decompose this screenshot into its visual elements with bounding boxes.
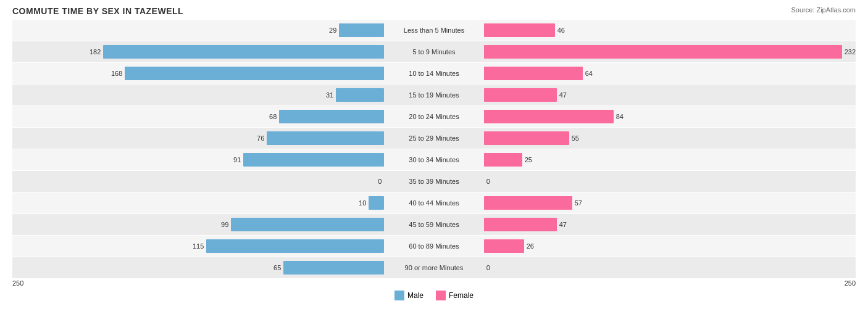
bar-row: 16810 to 14 Minutes64 xyxy=(12,63,856,84)
female-bar xyxy=(484,67,583,80)
female-section: 47 xyxy=(484,85,856,105)
male-section: 10 xyxy=(12,192,384,213)
chart-container: COMMUTE TIME BY SEX IN TAZEWELL Source: … xyxy=(0,0,868,322)
male-section: 76 xyxy=(12,128,384,149)
bottom-left-label: 250 xyxy=(12,279,23,287)
bar-row: 6820 to 24 Minutes84 xyxy=(12,106,856,127)
female-value-label: 84 xyxy=(616,113,624,120)
bar-row: 9130 to 34 Minutes25 xyxy=(12,149,856,170)
female-section: 26 xyxy=(484,236,856,257)
row-label: 60 to 89 Minutes xyxy=(384,236,483,257)
bar-row: 035 to 39 Minutes0 xyxy=(12,171,856,192)
male-bar xyxy=(267,131,384,145)
bar-row: 7625 to 29 Minutes55 xyxy=(12,128,856,149)
bar-row: 9945 to 59 Minutes47 xyxy=(12,214,856,235)
legend-female-label: Female xyxy=(449,291,474,300)
female-section: 64 xyxy=(484,63,856,84)
male-value-label: 65 xyxy=(273,264,281,271)
female-bar xyxy=(484,110,614,123)
male-bar xyxy=(279,110,384,123)
female-value-label: 26 xyxy=(527,242,534,250)
female-section: 0 xyxy=(484,171,856,192)
bars-area: 29Less than 5 Minutes461825 to 9 Minutes… xyxy=(12,20,856,278)
male-bar xyxy=(336,88,384,102)
female-value-label: 232 xyxy=(845,48,856,56)
legend: Male Female xyxy=(12,291,856,300)
male-bar xyxy=(125,67,384,80)
female-bar xyxy=(484,88,557,102)
male-bar xyxy=(103,45,384,59)
bar-row: 11560 to 89 Minutes26 xyxy=(12,236,856,257)
female-section: 84 xyxy=(484,106,856,127)
female-value-label: 55 xyxy=(572,134,579,142)
row-label: 5 to 9 Minutes xyxy=(384,41,483,62)
male-value-label: 182 xyxy=(90,48,101,56)
male-value-label: 115 xyxy=(193,242,204,250)
row-label: 45 to 59 Minutes xyxy=(384,214,483,235)
male-section: 91 xyxy=(12,149,384,170)
male-value-label: 99 xyxy=(221,221,228,228)
bottom-labels: 250 250 xyxy=(12,279,856,287)
female-value-label: 25 xyxy=(525,156,532,163)
female-section: 47 xyxy=(484,214,856,235)
male-section: 68 xyxy=(12,106,384,127)
male-bar xyxy=(369,196,384,210)
male-section: 0 xyxy=(12,171,384,192)
legend-female: Female xyxy=(436,291,474,300)
female-bar xyxy=(484,153,522,167)
row-label: 90 or more Minutes xyxy=(384,257,483,278)
row-label: 35 to 39 Minutes xyxy=(384,171,483,192)
male-value-label: 168 xyxy=(111,70,122,77)
legend-male: Male xyxy=(394,291,424,300)
bar-row: 1040 to 44 Minutes57 xyxy=(12,192,856,213)
female-value-label: 47 xyxy=(559,221,567,228)
row-label: 40 to 44 Minutes xyxy=(384,192,483,213)
female-bar xyxy=(484,196,572,210)
source-text: Source: ZipAtlas.com xyxy=(791,6,856,14)
male-value-label: 76 xyxy=(257,134,264,142)
male-value-label: 91 xyxy=(233,156,241,163)
bar-row: 1825 to 9 Minutes232 xyxy=(12,41,856,62)
male-value-label: 10 xyxy=(359,199,366,207)
female-section: 0 xyxy=(484,257,856,278)
row-label: Less than 5 Minutes xyxy=(384,20,483,41)
male-section: 65 xyxy=(12,257,384,278)
legend-male-box xyxy=(394,291,404,300)
female-value-label: 64 xyxy=(585,70,593,77)
male-bar xyxy=(283,261,384,275)
female-bar xyxy=(484,131,569,145)
legend-female-box xyxy=(436,291,446,300)
female-section: 232 xyxy=(484,41,856,62)
male-section: 182 xyxy=(12,41,384,62)
row-label: 25 to 29 Minutes xyxy=(384,128,483,149)
female-section: 46 xyxy=(484,20,856,41)
male-section: 168 xyxy=(12,63,384,84)
female-bar xyxy=(484,218,557,231)
female-value-label: 47 xyxy=(559,91,567,99)
female-value-label: 0 xyxy=(486,178,490,185)
male-bar xyxy=(231,218,384,231)
male-value-label: 31 xyxy=(326,91,333,99)
male-section: 31 xyxy=(12,85,384,105)
row-label: 10 to 14 Minutes xyxy=(384,63,483,84)
male-value-label: 68 xyxy=(269,113,277,120)
female-bar xyxy=(484,23,555,37)
male-value-label: 29 xyxy=(329,27,336,34)
female-section: 25 xyxy=(484,149,856,170)
male-section: 29 xyxy=(12,20,384,41)
male-section: 115 xyxy=(12,236,384,257)
male-bar xyxy=(206,239,384,253)
chart-title: COMMUTE TIME BY SEX IN TAZEWELL xyxy=(12,6,856,16)
bar-row: 3115 to 19 Minutes47 xyxy=(12,85,856,105)
female-value-label: 46 xyxy=(557,27,565,34)
male-value-label: 0 xyxy=(378,178,382,185)
male-section: 99 xyxy=(12,214,384,235)
female-value-label: 57 xyxy=(575,199,582,207)
bar-row: 6590 or more Minutes0 xyxy=(12,257,856,278)
female-section: 55 xyxy=(484,128,856,149)
male-bar xyxy=(339,23,384,37)
female-value-label: 0 xyxy=(486,264,490,271)
female-bar xyxy=(484,239,524,253)
male-bar xyxy=(243,153,384,167)
bar-row: 29Less than 5 Minutes46 xyxy=(12,20,856,41)
